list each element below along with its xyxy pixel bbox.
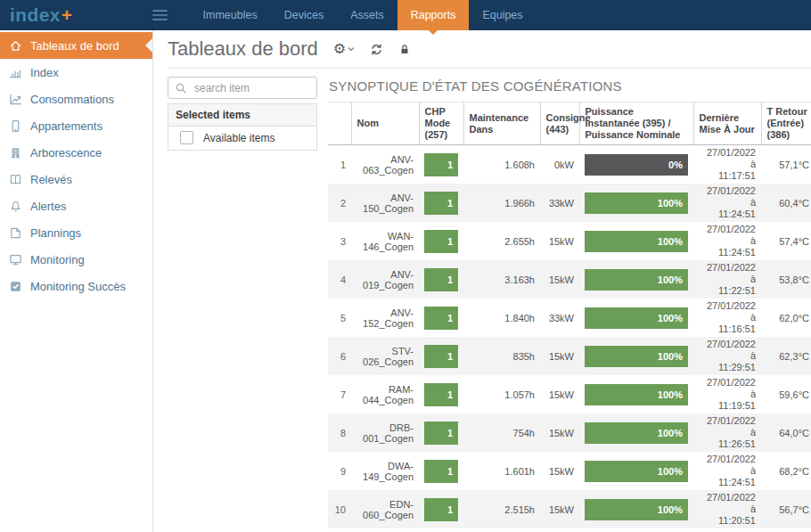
column-header-puissance-instantanee-395-puissance-nominale[interactable]: Puissance Instantanée (395) / Puissance … — [579, 102, 693, 145]
puissance-bar: 100% — [585, 231, 688, 252]
cogeneration-table: NomCHP Mode (257)Maintenance DansConsign… — [328, 102, 811, 532]
update-time: 11:22:51 — [699, 285, 756, 297]
maintenance-cell: 2.655h — [463, 222, 540, 260]
chp-mode-cell: 1 — [419, 337, 463, 375]
column-header-derniere-mise-a-jour[interactable]: Dernière Mise À Jour — [693, 102, 761, 145]
maintenance-cell: 2.515h — [463, 490, 540, 528]
puissance-cell: 100% — [579, 490, 693, 528]
row-index-cell: 2 — [328, 184, 351, 222]
sidebar-item-monitoring-succes[interactable]: Monitoring Succès — [0, 273, 152, 299]
update-date: 27/01/2022 à — [699, 147, 756, 170]
refresh-icon[interactable] — [370, 43, 383, 56]
app-logo: index+ — [10, 0, 73, 30]
chp-mode-badge: 1 — [424, 153, 458, 176]
plannings-icon — [9, 226, 22, 240]
chp-mode-badge: 1 — [424, 345, 458, 368]
chp-mode-cell: 1 — [419, 222, 463, 260]
nom-cell: RAM-044_Cogen — [351, 375, 419, 413]
consigne-cell: 15kW — [540, 452, 579, 490]
sidebar-item-arborescence[interactable]: Arborescence — [0, 139, 152, 166]
last-update-cell: 27/01/2022 à11:28:51 — [693, 528, 761, 532]
puissance-bar: 100% — [585, 269, 688, 291]
chp-mode-cell: 1 — [419, 299, 463, 337]
search-input[interactable] — [193, 81, 310, 95]
last-update-cell: 27/01/2022 à11:16:51 — [693, 299, 761, 337]
maintenance-cell: 754h — [463, 413, 540, 452]
puissance-cell: 100% — [579, 222, 693, 260]
column-header-chp-mode-257[interactable]: CHP Mode (257) — [419, 102, 463, 145]
table-row: 6STV-026_Cogen1835h15kW100%27/01/2022 à1… — [328, 337, 811, 375]
column-header-consigne-443[interactable]: Consigne (443) — [540, 102, 579, 145]
last-update-cell: 27/01/2022 à11:24:51 — [693, 452, 761, 490]
update-date: 27/01/2022 à — [699, 415, 756, 438]
nav-item-immeubles[interactable]: Immeubles — [190, 0, 271, 30]
consigne-cell: 15kW — [540, 222, 579, 260]
temperature-cell: 57,1°C — [761, 145, 811, 184]
consigne-cell: 15kW — [540, 375, 579, 413]
temperature-cell: 62,3°C — [761, 337, 811, 375]
last-update-cell: 27/01/2022 à11:24:51 — [693, 184, 761, 222]
table-row: 3WAN-146_Cogen12.655h15kW100%27/01/2022 … — [328, 222, 811, 260]
search-box — [168, 77, 317, 99]
selected-items-header: Selected items — [168, 104, 316, 127]
update-date: 27/01/2022 à — [699, 339, 756, 362]
nav-item-assets[interactable]: Assets — [337, 0, 397, 30]
puissance-bar: 100% — [585, 307, 688, 329]
top-navbar: index+ ImmeublesDevicesAssetsRapportsEqu… — [0, 0, 811, 30]
lock-icon[interactable] — [398, 43, 411, 56]
puissance-bar: 100% — [585, 192, 688, 214]
column-header-maintenance-dans[interactable]: Maintenance Dans — [463, 102, 540, 145]
maintenance-cell: 1.057h — [463, 375, 540, 413]
update-date: 27/01/2022 à — [699, 377, 756, 400]
check-square-icon — [9, 280, 22, 293]
hamburger-icon[interactable] — [152, 9, 168, 21]
table-row: 8DRB-001_Cogen1754h15kW100%27/01/2022 à1… — [328, 413, 811, 452]
chp-mode-badge: 1 — [424, 230, 458, 253]
sidebar-item-tableaux-de-bord[interactable]: Tableaux de bord — [0, 32, 152, 59]
table-row: 1ANV-063_Cogen11.608h0kW0%27/01/2022 à11… — [328, 145, 811, 184]
column-header-nom[interactable]: Nom — [351, 102, 419, 145]
gear-icon[interactable]: ⚙ — [333, 42, 355, 56]
row-index-cell: 4 — [328, 260, 351, 299]
chp-mode-badge: 1 — [424, 192, 458, 215]
update-time: 11:17:51 — [699, 170, 756, 182]
nav-item-equipes[interactable]: Equipes — [469, 0, 536, 30]
last-update-cell: 27/01/2022 à11:22:51 — [693, 260, 761, 299]
update-date: 27/01/2022 à — [699, 185, 756, 209]
available-items-label: Available items — [203, 132, 274, 144]
chp-mode-badge: 1 — [424, 383, 458, 406]
book-icon — [9, 173, 22, 186]
consigne-cell: 15kW — [540, 490, 579, 528]
sidebar-item-releves[interactable]: Relevés — [0, 166, 152, 192]
item-selector-panel: Selected items Available items — [168, 77, 317, 532]
puissance-cell: 100% — [579, 299, 693, 337]
puissance-cell: 100% — [579, 260, 693, 299]
chp-mode-cell: 1 — [419, 184, 463, 222]
maintenance-cell: 431h — [463, 528, 540, 532]
sidebar-item-monitoring[interactable]: Monitoring — [0, 246, 152, 273]
nav-item-devices[interactable]: Devices — [271, 0, 337, 30]
search-icon — [175, 82, 187, 94]
table-row: 7RAM-044_Cogen11.057h15kW100%27/01/2022 … — [328, 375, 811, 413]
sidebar-item-alertes[interactable]: Alertes — [0, 192, 152, 219]
sidebar-item-plannings[interactable]: Plannings — [0, 219, 152, 246]
nom-cell: STV-026_Cogen — [351, 337, 419, 375]
consigne-cell: 0kW — [540, 145, 579, 184]
update-date: 27/01/2022 à — [699, 224, 756, 247]
available-items-row[interactable]: Available items — [168, 127, 316, 150]
chevron-down-icon — [348, 46, 355, 52]
sidebar-item-index[interactable]: Index — [0, 59, 152, 86]
sidebar-item-consommations[interactable]: Consommations — [0, 86, 152, 112]
sidebar-item-appartements[interactable]: Appartements — [0, 112, 152, 139]
nom-cell: ANV-063_Cogen — [351, 145, 419, 184]
column-header-t-retour-entree-386[interactable]: T Retour (Entrée) (386) — [761, 102, 811, 145]
row-index-cell: 5 — [328, 299, 351, 337]
available-items-checkbox[interactable] — [180, 131, 193, 144]
page-title: Tableaux de bord — [168, 38, 318, 60]
nav-item-rapports[interactable]: Rapports — [397, 0, 470, 30]
row-index-cell: 1 — [328, 145, 351, 184]
temperature-cell: 57,4°C — [761, 222, 811, 260]
row-index-cell: 8 — [328, 413, 351, 452]
table-row: 4ANV-019_Cogen13.163h15kW100%27/01/2022 … — [328, 260, 811, 299]
nom-cell: ANV-150_Cogen — [351, 184, 419, 222]
